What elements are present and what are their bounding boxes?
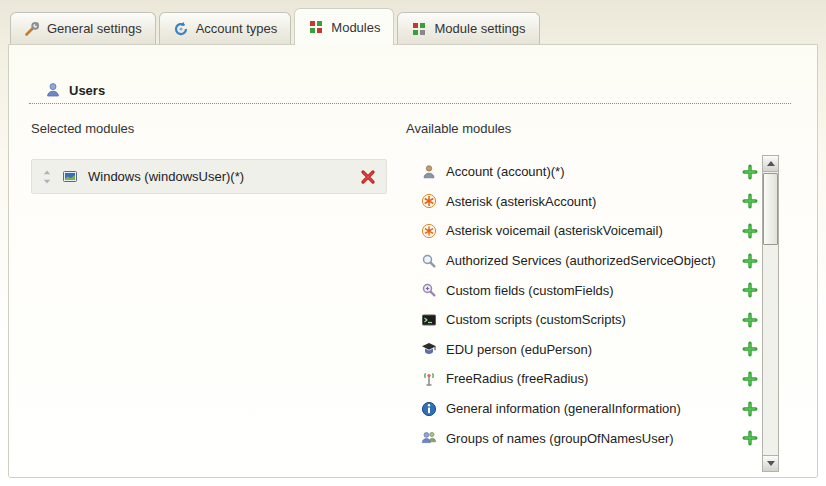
available-module-row: Account (account)(*) [406, 157, 762, 187]
tab-account-types[interactable]: Account types [159, 12, 292, 44]
scroll-up-button[interactable] [763, 156, 778, 172]
asterisk-icon [421, 193, 437, 209]
selected-modules-heading: Selected modules [31, 121, 134, 136]
available-module-row: General information (generalInformation) [406, 394, 762, 424]
available-modules-heading: Available modules [406, 121, 511, 136]
section-title: Users [69, 83, 105, 98]
available-module-row: Custom scripts (customScripts) [406, 305, 762, 335]
tab-general-settings[interactable]: General settings [10, 12, 156, 44]
down-arrow-icon [767, 461, 775, 466]
module-settings-icon [411, 21, 427, 37]
available-module-row: Asterisk (asteriskAccount) [406, 187, 762, 217]
windows-icon [62, 169, 78, 185]
modules-icon [308, 19, 324, 35]
section-header: Users [45, 82, 105, 98]
scroll-down-button[interactable] [763, 455, 778, 471]
drag-handle-icon[interactable] [42, 169, 52, 185]
section-divider [29, 103, 791, 104]
account-icon [421, 164, 437, 180]
add-module-button[interactable] [742, 341, 758, 357]
available-module-row: Groups of names (groupOfNamesUser) [406, 423, 762, 453]
tab-modules[interactable]: Modules [294, 8, 394, 45]
tools-icon [24, 21, 40, 37]
edu-person-icon [421, 341, 437, 357]
add-module-button[interactable] [742, 193, 758, 209]
available-module-row: Authorized Services (authorizedServiceOb… [406, 246, 762, 276]
available-modules-scrollbar[interactable] [762, 155, 779, 472]
selected-module-label: Windows (windowsUser)(*) [88, 169, 350, 184]
add-module-button[interactable] [742, 371, 758, 387]
tab-module-settings[interactable]: Module settings [397, 12, 539, 44]
content-panel: Users Selected modules Available modules… [8, 44, 818, 478]
available-module-row: Custom fields (customFields) [406, 275, 762, 305]
add-module-button[interactable] [742, 401, 758, 417]
scrollbar-thumb[interactable] [763, 173, 778, 245]
search-icon [421, 253, 437, 269]
add-module-button[interactable] [742, 312, 758, 328]
add-module-button[interactable] [742, 430, 758, 446]
available-module-row: Asterisk voicemail (asteriskVoicemail) [406, 216, 762, 246]
add-module-button[interactable] [742, 282, 758, 298]
add-module-button[interactable] [742, 253, 758, 269]
lam-configuration-page: { "tabs": [ { "id": "general-settings", … [0, 0, 826, 486]
account-types-icon [173, 21, 189, 37]
tab-bar: General settings Account types Modules M… [10, 8, 540, 45]
remove-module-button[interactable] [360, 169, 376, 185]
add-module-button[interactable] [742, 223, 758, 239]
group-icon [421, 430, 437, 446]
custom-fields-icon [421, 282, 437, 298]
add-module-button[interactable] [742, 164, 758, 180]
terminal-icon [421, 312, 437, 328]
info-icon [421, 401, 437, 417]
available-module-row: EDU person (eduPerson) [406, 335, 762, 365]
available-module-row: FreeRadius (freeRadius) [406, 364, 762, 394]
user-icon [45, 82, 61, 98]
antenna-icon [421, 371, 437, 387]
up-arrow-icon [767, 161, 775, 166]
asterisk-voicemail-icon [421, 223, 437, 239]
selected-module-row[interactable]: Windows (windowsUser)(*) [31, 159, 387, 194]
available-modules-list: Account (account)(*) Asterisk (asteriskA… [406, 157, 762, 453]
